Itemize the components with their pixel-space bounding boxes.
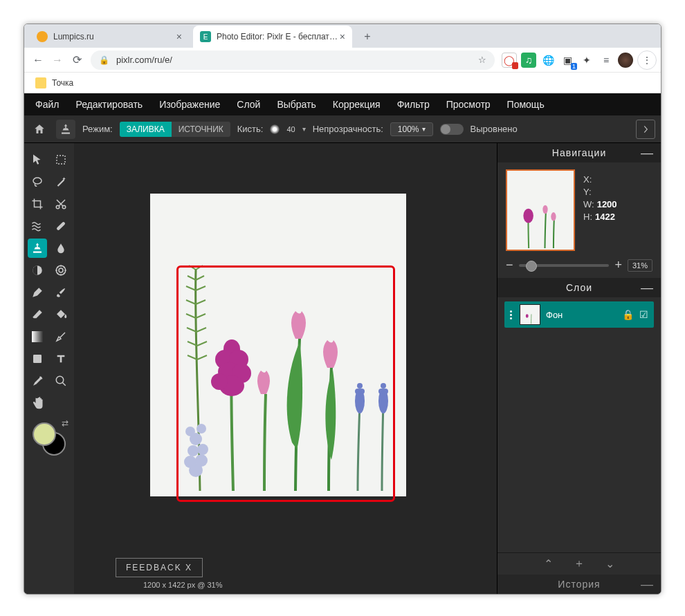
chrome-menu[interactable]: ⋮ bbox=[637, 50, 657, 70]
status-bar: 1200 x 1422 px @ 31% bbox=[74, 576, 497, 594]
zoom-slider[interactable] bbox=[519, 264, 610, 267]
tool-pen[interactable] bbox=[28, 283, 47, 302]
layer-add[interactable]: ＋ bbox=[574, 557, 585, 571]
tool-cut[interactable] bbox=[51, 194, 71, 214]
close-icon[interactable]: × bbox=[176, 31, 182, 42]
tool-dodge[interactable] bbox=[28, 261, 47, 280]
menu-image[interactable]: Изображение bbox=[151, 99, 228, 110]
chevron-down-icon: ▾ bbox=[422, 125, 426, 133]
bookmark-label: Точка bbox=[52, 78, 73, 88]
tool-clone[interactable] bbox=[28, 239, 47, 258]
reload-button[interactable]: ⟳ bbox=[67, 50, 86, 70]
ext-music[interactable]: ♫ bbox=[521, 53, 536, 68]
menu-adjust[interactable]: Коррекция bbox=[325, 99, 389, 110]
mode-segment: ЗАЛИВКА ИСТОЧНИК bbox=[120, 122, 230, 137]
tool-liquify[interactable] bbox=[28, 216, 47, 236]
favicon-lumpics bbox=[37, 31, 48, 42]
tool-eyedropper[interactable] bbox=[28, 371, 47, 391]
chevron-down-icon[interactable]: ▾ bbox=[302, 125, 306, 133]
aligned-toggle[interactable] bbox=[440, 124, 464, 135]
tool-marquee[interactable] bbox=[51, 150, 71, 169]
omnibox-row: ← → ⟳ 🔒 pixlr.com/ru/e/ ☆ ◯5 ♫ 🌐 ▣1 ✦ ≡ … bbox=[24, 48, 661, 73]
layer-down[interactable]: ⌄ bbox=[605, 557, 614, 570]
profile-avatar[interactable] bbox=[618, 53, 633, 68]
zoom-out[interactable]: − bbox=[506, 258, 513, 272]
tool-lasso[interactable] bbox=[28, 172, 47, 192]
menu-file[interactable]: Файл bbox=[27, 99, 67, 110]
mode-fill[interactable]: ЗАЛИВКА bbox=[120, 122, 172, 137]
tool-crop[interactable] bbox=[28, 194, 47, 214]
brush-size: 40 bbox=[286, 125, 295, 133]
lock-icon[interactable]: 🔒 bbox=[622, 309, 634, 320]
clone-stamp-icon[interactable] bbox=[56, 120, 75, 139]
zoom-in[interactable]: + bbox=[614, 258, 622, 272]
forward-button[interactable]: → bbox=[48, 50, 67, 70]
swap-icon[interactable]: ⇄ bbox=[62, 418, 68, 428]
nav-x-label: X: bbox=[583, 174, 592, 185]
tool-gradient[interactable] bbox=[28, 327, 47, 346]
tool-heal[interactable] bbox=[51, 216, 71, 236]
menu-edit[interactable]: Редактировать bbox=[67, 99, 151, 110]
layers-footer: ⌃ ＋ ⌄ bbox=[497, 552, 661, 575]
tool-arrow[interactable] bbox=[28, 150, 47, 169]
tool-text[interactable] bbox=[51, 349, 71, 368]
ext-puzzle-icon[interactable]: ✦ bbox=[579, 53, 594, 68]
tab-pixlr[interactable]: E Photo Editor: Pixlr E - бесплатны × bbox=[193, 26, 352, 48]
opacity-dropdown[interactable]: 100%▾ bbox=[390, 122, 433, 136]
tool-replace-color[interactable] bbox=[51, 327, 71, 346]
brush-preview-icon[interactable] bbox=[270, 124, 280, 134]
svg-rect-0 bbox=[57, 156, 65, 164]
ext-adblock[interactable]: ◯5 bbox=[502, 53, 517, 68]
tool-zoom[interactable] bbox=[51, 371, 71, 391]
ext-box[interactable]: ▣1 bbox=[560, 53, 575, 68]
swatch-front[interactable] bbox=[33, 422, 56, 446]
home-icon[interactable] bbox=[30, 120, 49, 139]
expand-panel-icon[interactable] bbox=[636, 120, 655, 139]
tool-sponge[interactable] bbox=[51, 261, 71, 280]
layer-up[interactable]: ⌃ bbox=[544, 557, 553, 570]
tool-hand[interactable] bbox=[28, 393, 47, 413]
back-button[interactable]: ← bbox=[28, 50, 48, 70]
tool-eraser[interactable] bbox=[28, 305, 47, 324]
mode-source[interactable]: ИСТОЧНИК bbox=[172, 122, 230, 137]
tab-lumpics[interactable]: Lumpics.ru × bbox=[30, 26, 189, 48]
nav-thumbnail[interactable] bbox=[506, 169, 575, 251]
layers-panel-header[interactable]: Слои — bbox=[497, 278, 661, 297]
close-icon[interactable]: × bbox=[340, 31, 345, 42]
ext-list-icon[interactable]: ≡ bbox=[599, 53, 614, 68]
menu-filter[interactable]: Фильтр bbox=[389, 99, 438, 110]
menu-layer[interactable]: Слой bbox=[228, 99, 268, 110]
zoom-value[interactable]: 31% bbox=[628, 259, 652, 272]
ext-globe[interactable]: 🌐 bbox=[540, 53, 556, 68]
layer-background[interactable]: Фон 🔒 ☑ bbox=[504, 301, 654, 328]
lock-icon: 🔒 bbox=[99, 55, 109, 65]
zoom-row: − + 31% bbox=[506, 258, 652, 272]
menu-view[interactable]: Просмотр bbox=[438, 99, 499, 110]
drag-handle-icon[interactable] bbox=[510, 310, 514, 319]
tool-fill[interactable] bbox=[51, 305, 71, 324]
tool-blur[interactable] bbox=[51, 239, 71, 258]
collapse-icon[interactable]: — bbox=[641, 281, 654, 295]
nav-panel-header[interactable]: Навигации — bbox=[497, 143, 661, 162]
tool-shape[interactable] bbox=[28, 349, 47, 368]
star-icon[interactable]: ☆ bbox=[478, 55, 486, 65]
color-swatches[interactable]: ⇄ bbox=[33, 422, 66, 456]
svg-point-37 bbox=[542, 205, 547, 214]
tool-wand[interactable] bbox=[51, 172, 71, 192]
layer-name: Фон bbox=[546, 310, 563, 320]
visibility-icon[interactable]: ☑ bbox=[639, 309, 648, 320]
svg-point-36 bbox=[523, 209, 533, 223]
url-field[interactable]: 🔒 pixlr.com/ru/e/ ☆ bbox=[91, 50, 495, 70]
tool-brush[interactable] bbox=[51, 283, 71, 302]
menu-select[interactable]: Выбрать bbox=[268, 99, 324, 110]
canvas-area[interactable]: FEEDBACK X 1200 x 1422 px @ 31% bbox=[74, 143, 497, 594]
collapse-icon[interactable]: — bbox=[641, 577, 654, 592]
history-panel-header[interactable]: История — bbox=[497, 575, 661, 594]
nav-w-value: 1200 bbox=[597, 199, 617, 209]
feedback-button[interactable]: FEEDBACK X bbox=[116, 558, 203, 577]
collapse-icon[interactable]: — bbox=[641, 146, 654, 160]
new-tab-button[interactable]: + bbox=[358, 27, 377, 46]
bookmark-tochka[interactable]: Точка bbox=[31, 75, 77, 91]
menu-help[interactable]: Помощь bbox=[499, 99, 553, 110]
url-text: pixlr.com/ru/e/ bbox=[116, 55, 172, 65]
